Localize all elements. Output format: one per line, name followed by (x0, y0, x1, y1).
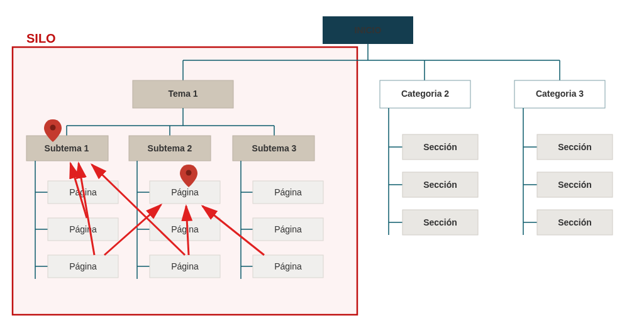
section-node: Sección (537, 134, 613, 160)
node-subtema3: Subtema 3 (233, 136, 314, 161)
section-node: Sección (402, 134, 478, 160)
page-node: Página (48, 255, 118, 278)
svg-text:INICIO: INICIO (355, 25, 382, 35)
svg-text:Sección: Sección (558, 180, 592, 190)
svg-text:Subtema 2: Subtema 2 (148, 143, 192, 153)
page-node: Página (253, 218, 323, 241)
svg-text:Sección: Sección (423, 180, 457, 190)
node-categoria2: Categoria 2 (380, 80, 470, 108)
node-subtema2: Subtema 2 (129, 136, 211, 161)
svg-text:Página: Página (69, 224, 97, 234)
section-node: Sección (402, 172, 478, 197)
node-categoria3: Categoria 3 (514, 80, 605, 108)
page-node: Página (253, 181, 323, 204)
page-node: Página (150, 181, 220, 204)
svg-text:Sección: Sección (558, 142, 592, 152)
silo-label: SILO (26, 31, 56, 45)
svg-text:Subtema 1: Subtema 1 (45, 143, 89, 153)
svg-text:Página: Página (171, 224, 199, 234)
svg-text:Página: Página (274, 187, 302, 197)
svg-text:Página: Página (274, 224, 302, 234)
svg-text:Página: Página (69, 261, 97, 271)
node-tema1: Tema 1 (133, 80, 233, 108)
page-node: Página (48, 218, 118, 241)
page-node: Página (150, 218, 220, 241)
svg-text:Categoria 2: Categoria 2 (401, 89, 449, 99)
section-node: Sección (537, 172, 613, 197)
section-node: Sección (402, 210, 478, 235)
node-root: INICIO (323, 16, 413, 44)
svg-text:Subtema 3: Subtema 3 (252, 143, 297, 153)
svg-text:Página: Página (171, 187, 199, 197)
svg-text:Categoria 3: Categoria 3 (536, 89, 584, 99)
section-node: Sección (537, 210, 613, 235)
svg-text:Sección: Sección (423, 142, 457, 152)
svg-text:Sección: Sección (558, 217, 592, 227)
page-node: Página (150, 255, 220, 278)
svg-point-74 (50, 125, 56, 131)
page-node: Página (253, 255, 323, 278)
svg-text:Sección: Sección (423, 217, 457, 227)
svg-point-75 (186, 170, 192, 176)
svg-text:Tema 1: Tema 1 (168, 89, 197, 99)
node-subtema1: Subtema 1 (26, 136, 108, 161)
svg-text:Página: Página (274, 261, 302, 271)
svg-text:Página: Página (171, 261, 199, 271)
